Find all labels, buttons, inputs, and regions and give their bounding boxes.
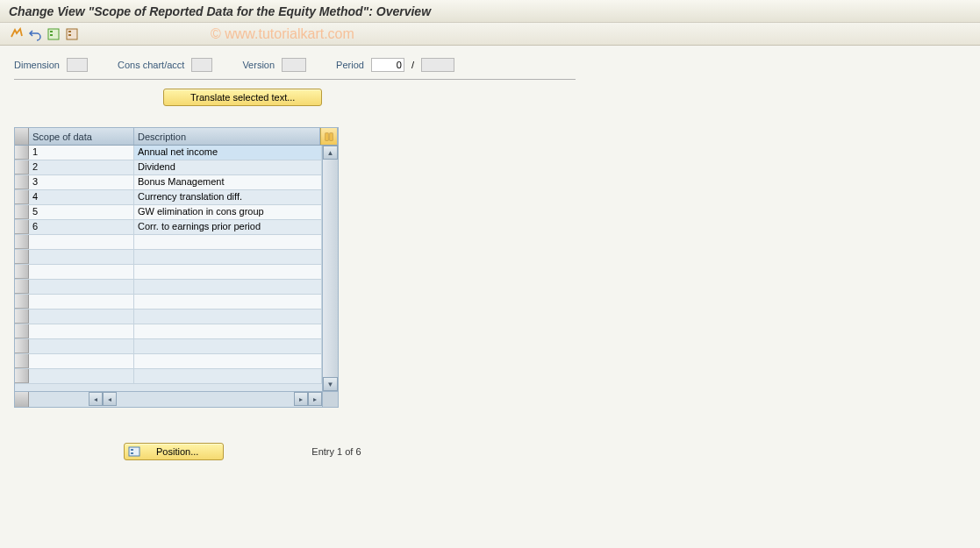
svg-rect-7: [330, 132, 333, 139]
row-selector[interactable]: [15, 235, 29, 249]
row-selector[interactable]: [15, 324, 29, 338]
scroll-left-icon[interactable]: ◂: [103, 392, 117, 406]
cell-scope[interactable]: [29, 310, 134, 324]
table-row[interactable]: 2 Dividend: [15, 160, 322, 175]
row-selector[interactable]: [15, 146, 29, 160]
toggle-change-icon[interactable]: [9, 26, 25, 42]
cons-chart-field[interactable]: [191, 58, 212, 72]
row-selector[interactable]: [15, 160, 29, 174]
cell-scope[interactable]: [29, 280, 134, 294]
rows-area: 1 Annual net income 2 Dividend 3 Bonus M…: [15, 146, 322, 391]
scroll-up-icon[interactable]: ▲: [323, 146, 338, 160]
cell-scope[interactable]: 1: [29, 146, 134, 160]
cell-desc[interactable]: Dividend: [134, 160, 322, 174]
period-field[interactable]: [371, 58, 404, 72]
cell-scope[interactable]: [29, 235, 134, 249]
version-field[interactable]: [282, 58, 306, 72]
cell-desc[interactable]: [134, 354, 322, 368]
table-row[interactable]: [15, 339, 322, 354]
filter-row: Dimension Cons chart/acct Version Period…: [14, 58, 966, 72]
table-row[interactable]: 5 GW elimination in cons group: [15, 205, 322, 220]
scroll-last-icon[interactable]: ▸: [308, 392, 322, 406]
cell-scope[interactable]: 2: [29, 160, 134, 174]
cell-desc[interactable]: [134, 310, 322, 324]
table-row[interactable]: [15, 280, 322, 295]
cell-desc[interactable]: [134, 250, 322, 264]
row-selector[interactable]: [15, 220, 29, 234]
cell-scope[interactable]: [29, 339, 134, 353]
undo-icon[interactable]: [27, 26, 43, 42]
cell-scope[interactable]: 4: [29, 190, 134, 204]
position-button[interactable]: Position...: [124, 443, 224, 460]
svg-rect-3: [67, 29, 77, 39]
column-scope[interactable]: Scope of data: [29, 128, 134, 145]
cell-desc[interactable]: [134, 295, 322, 309]
cell-desc[interactable]: [134, 324, 322, 338]
cell-scope[interactable]: [29, 295, 134, 309]
column-description[interactable]: Description: [134, 128, 320, 145]
table-row[interactable]: 6 Corr. to earnings prior period: [15, 220, 322, 235]
scroll-track[interactable]: [323, 160, 338, 377]
row-selector[interactable]: [15, 205, 29, 219]
deselect-all-icon[interactable]: [64, 26, 80, 42]
cell-desc[interactable]: Currency translation diff.: [134, 190, 322, 204]
row-selector[interactable]: [15, 369, 29, 383]
dimension-label: Dimension: [14, 60, 60, 70]
content-area: Dimension Cons chart/acct Version Period…: [0, 46, 980, 473]
scroll-down-icon[interactable]: ▼: [323, 377, 338, 391]
select-all-icon[interactable]: [46, 26, 61, 42]
table-row[interactable]: [15, 324, 322, 339]
cell-scope[interactable]: [29, 250, 134, 264]
cell-scope[interactable]: 5: [29, 205, 134, 219]
horizontal-scrollbar[interactable]: ◂ ◂ ▸ ▸: [15, 391, 338, 407]
cell-scope[interactable]: 3: [29, 175, 134, 189]
table-row[interactable]: 1 Annual net income: [15, 146, 322, 160]
svg-rect-8: [129, 447, 139, 456]
row-selector[interactable]: [15, 265, 29, 279]
cell-desc[interactable]: GW elimination in cons group: [134, 205, 322, 219]
row-selector[interactable]: [15, 280, 29, 294]
row-selector[interactable]: [15, 310, 29, 324]
period-label: Period: [336, 60, 364, 70]
select-all-rows[interactable]: [15, 128, 29, 145]
svg-rect-4: [68, 31, 71, 32]
period-field-2[interactable]: [421, 58, 454, 72]
table-row[interactable]: [15, 265, 322, 280]
cell-desc[interactable]: [134, 280, 322, 294]
table-header: Scope of data Description: [15, 128, 338, 146]
table-row[interactable]: [15, 235, 322, 250]
row-selector[interactable]: [15, 190, 29, 204]
cell-desc[interactable]: [134, 265, 322, 279]
table-row[interactable]: [15, 354, 322, 369]
table-settings-icon[interactable]: [320, 128, 338, 145]
table-row[interactable]: [15, 369, 322, 384]
table-row[interactable]: 4 Currency translation diff.: [15, 190, 322, 205]
vertical-scrollbar[interactable]: ▲ ▼: [322, 146, 338, 391]
dimension-field[interactable]: [67, 58, 88, 72]
cell-scope[interactable]: [29, 265, 134, 279]
translate-button[interactable]: Translate selected text...: [163, 89, 322, 106]
row-selector[interactable]: [15, 295, 29, 309]
cell-desc[interactable]: Annual net income: [134, 146, 322, 160]
row-selector[interactable]: [15, 354, 29, 368]
table-row[interactable]: [15, 310, 322, 324]
row-selector[interactable]: [15, 339, 29, 353]
cell-desc[interactable]: [134, 339, 322, 353]
position-icon: [128, 445, 140, 458]
row-selector[interactable]: [15, 250, 29, 264]
table-row[interactable]: [15, 250, 322, 265]
scroll-right-icon[interactable]: ▸: [294, 392, 308, 406]
row-selector[interactable]: [15, 175, 29, 189]
cell-scope[interactable]: 6: [29, 220, 134, 234]
cell-desc[interactable]: [134, 235, 322, 249]
scroll-first-icon[interactable]: ◂: [89, 392, 103, 406]
cell-desc[interactable]: Corr. to earnings prior period: [134, 220, 322, 234]
table-row[interactable]: 3 Bonus Management: [15, 175, 322, 190]
cell-desc[interactable]: [134, 369, 322, 383]
cell-scope[interactable]: [29, 369, 134, 383]
table-row[interactable]: [15, 295, 322, 310]
cell-scope[interactable]: [29, 324, 134, 338]
svg-rect-6: [325, 132, 328, 139]
cell-scope[interactable]: [29, 354, 134, 368]
cell-desc[interactable]: Bonus Management: [134, 175, 322, 189]
